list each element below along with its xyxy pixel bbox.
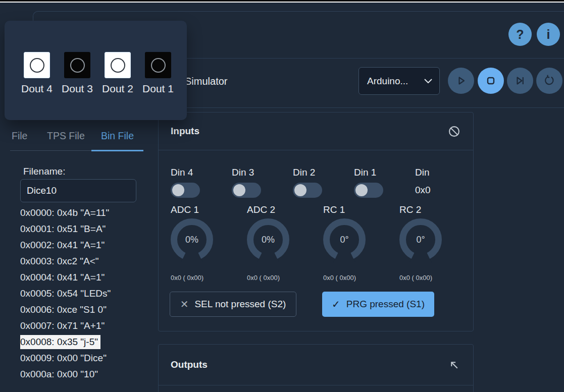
rc-2-hex-value: 0x0 ( 0x00) [399,274,476,282]
blocked-icon [448,126,460,137]
listing-line[interactable]: 0x0003: 0xc2 "A<" [20,253,111,269]
adc-2-hex-value: 0x0 ( 0x00) [247,274,323,282]
listing-line[interactable]: 0x0004: 0x41 "A=1" [20,269,111,286]
din-4-group: Din 4 [171,167,232,198]
prg-switch-button[interactable]: ✓ PRG pressed (S1) [322,292,434,317]
din-3-toggle[interactable] [232,183,261,198]
prg-button-label: PRG pressed (S1) [346,299,425,310]
rc-1-hex-value: 0x0 ( 0x00) [323,274,399,282]
dout-4-led [24,52,50,78]
outputs-title: Outputs [171,359,208,370]
chevron-down-icon [424,79,432,83]
bin-listing[interactable]: 0x0000: 0x4b "A=11" 0x0001: 0x51 "B=A" 0… [20,205,111,382]
rc-1-label: RC 1 [323,204,399,215]
rc-2-group: RC 2 0° 0x0 ( 0x00) [399,204,476,282]
device-select-value: Arduino... [367,76,424,87]
led-circle-icon [30,58,44,73]
din-bus-label: Din [415,167,476,178]
arrow-up-left-icon [448,359,460,371]
din-4-toggle[interactable] [171,183,200,198]
led-circle-icon [111,58,125,73]
rc-1-group: RC 1 0° 0x0 ( 0x00) [323,204,399,282]
din-1-label: Din 1 [354,167,415,178]
din-2-group: Din 2 [293,167,354,198]
help-button[interactable]: ? [508,23,532,46]
play-button[interactable] [448,68,474,94]
din-2-label: Din 2 [293,167,354,178]
adc-2-value: 0% [247,218,289,261]
dout-3-cell: Dout 3 [60,52,95,95]
din-2-toggle[interactable] [293,183,322,198]
filename-label: Filename: [23,166,65,177]
listing-line[interactable]: 0x0006: 0xce "S1 0" [20,302,111,318]
adc-1-hex-value: 0x0 ( 0x00) [171,274,247,282]
listing-line-highlighted[interactable]: 0x0008: 0x35 "j-5" [20,334,111,350]
tab-file[interactable]: File [12,130,27,142]
check-icon: ✓ [332,298,340,310]
tab-tps-file[interactable]: TPS File [47,130,85,142]
tabs-underline [10,150,91,151]
listing-line[interactable]: 0x0009: 0x00 "Dice" [20,350,111,366]
outputs-panel-header: Outputs [159,345,473,385]
simulator-title: Simulator [185,76,227,87]
adc-2-knob[interactable]: 0% [247,218,289,261]
knob-row: ADC 1 0% 0x0 ( 0x00) ADC 2 0% 0x0 ( 0x00… [171,204,476,282]
toggle-knob [294,184,306,196]
inputs-title: Inputs [171,126,199,137]
step-button[interactable] [507,68,533,94]
rc-1-value: 0° [323,218,366,261]
dout-overlay-panel[interactable]: Dout 4 Dout 3 Dout 2 Dout 1 [5,21,187,120]
dout-3-label: Dout 3 [62,83,93,95]
dock-outputs-button[interactable] [448,359,460,371]
tab-bin-file[interactable]: Bin File [101,130,134,142]
info-icon: i [547,27,550,42]
adc-1-knob[interactable]: 0% [171,218,213,261]
outputs-panel: Outputs [158,344,474,392]
inputs-panel: Inputs Din 4 Din 3 Din 2 Din 1 Din 0x0 A… [158,112,474,331]
led-circle-icon [70,58,85,73]
info-button[interactable]: i [537,23,560,46]
switch-button-row: ✕ SEL not pressed (S2) ✓ PRG pressed (S1… [170,292,434,317]
din-bus-value: 0x0 [415,185,476,196]
dout-1-cell: Dout 1 [140,52,176,95]
listing-line[interactable]: 0x0001: 0x51 "B=A" [20,221,111,237]
dout-3-led [64,52,90,78]
listing-line[interactable]: 0x000a: 0x00 "10" [20,366,111,382]
x-icon: ✕ [180,298,189,310]
dout-2-led [105,52,131,78]
rc-2-knob[interactable]: 0° [399,218,442,261]
din-3-label: Din 3 [232,167,293,178]
step-icon [514,74,527,87]
din-1-group: Din 1 [354,167,415,198]
listing-line[interactable]: 0x0000: 0x4b "A=11" [20,205,111,221]
disable-inputs-button[interactable] [448,126,460,137]
rc-2-label: RC 2 [399,204,476,215]
toggle-knob [172,184,184,196]
din-1-toggle[interactable] [354,183,383,198]
toggle-knob [233,184,245,196]
dout-4-cell: Dout 4 [19,52,55,95]
stop-icon [484,74,497,87]
din-4-label: Din 4 [171,167,232,178]
sel-button-label: SEL not pressed (S2) [194,299,286,310]
question-icon: ? [516,27,524,42]
dout-2-cell: Dout 2 [100,52,135,95]
listing-line[interactable]: 0x0002: 0x41 "A=1" [20,237,111,253]
listing-line[interactable]: 0x0007: 0x71 "A+1" [20,318,111,334]
filename-input[interactable] [20,179,136,202]
led-circle-icon [151,58,166,73]
adc-1-group: ADC 1 0% 0x0 ( 0x00) [171,204,247,282]
listing-line[interactable]: 0x0005: 0x54 "LEDs" [20,286,111,302]
dout-1-label: Dout 1 [142,83,174,95]
inputs-panel-header: Inputs [159,113,473,150]
sel-switch-button[interactable]: ✕ SEL not pressed (S2) [170,292,296,317]
reset-icon [543,74,556,87]
din-3-group: Din 3 [232,167,293,198]
reset-button[interactable] [536,68,562,94]
device-select[interactable]: Arduino... [358,67,440,95]
rc-1-knob[interactable]: 0° [323,218,366,261]
adc-1-value: 0% [171,218,213,261]
adc-1-label: ADC 1 [171,204,247,215]
din-bus-group: Din 0x0 [415,167,476,198]
stop-button[interactable] [478,68,504,94]
